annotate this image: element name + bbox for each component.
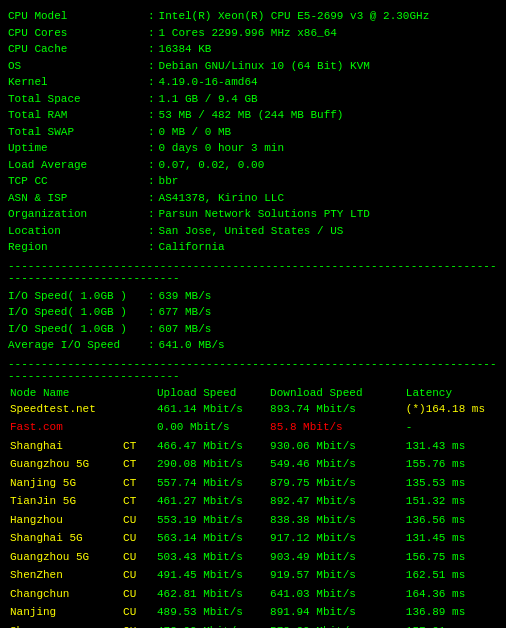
info-colon: :	[148, 157, 155, 174]
cell-download: 930.06 Mbit/s	[268, 437, 404, 456]
cell-latency: 136.56 ms	[404, 511, 498, 530]
info-value: 4.19.0-16-amd64	[159, 74, 258, 91]
info-label: Kernel	[8, 74, 148, 91]
system-info-section: CPU Model: Intel(R) Xeon(R) CPU E5-2699 …	[8, 8, 498, 256]
table-row: Speedtest.net461.14 Mbit/s893.74 Mbit/s(…	[8, 400, 498, 419]
info-label: Organization	[8, 206, 148, 223]
info-label: OS	[8, 58, 148, 75]
cell-download: 919.57 Mbit/s	[268, 566, 404, 585]
speed-table-section: Node Name Upload Speed Download Speed La…	[8, 386, 498, 629]
cell-latency: 135.53 ms	[404, 474, 498, 493]
cell-latency: 136.89 ms	[404, 603, 498, 622]
io-value: 677 MB/s	[159, 304, 212, 321]
col-header-upload: Upload Speed	[155, 386, 268, 400]
info-label: ASN & ISP	[8, 190, 148, 207]
io-value: 641.0 MB/s	[159, 337, 225, 354]
io-label: Average I/O Speed	[8, 337, 148, 354]
info-row: TCP CC: bbr	[8, 173, 498, 190]
table-row: Nanjing 5GCT557.74 Mbit/s879.75 Mbit/s13…	[8, 474, 498, 493]
divider2: ----------------------------------------…	[8, 358, 498, 382]
cell-node: TianJin 5G	[8, 492, 121, 511]
info-value: 53 MB / 482 MB (244 MB Buff)	[159, 107, 344, 124]
info-label: TCP CC	[8, 173, 148, 190]
table-row: ChangchunCU462.81 Mbit/s641.03 Mbit/s164…	[8, 585, 498, 604]
info-row: CPU Model: Intel(R) Xeon(R) CPU E5-2699 …	[8, 8, 498, 25]
info-colon: :	[148, 223, 155, 240]
cell-download: 641.03 Mbit/s	[268, 585, 404, 604]
table-row: ShenZhenCU491.45 Mbit/s919.57 Mbit/s162.…	[8, 566, 498, 585]
io-label: I/O Speed( 1.0GB )	[8, 288, 148, 305]
info-label: Load Average	[8, 157, 148, 174]
cell-type: CU	[121, 529, 155, 548]
info-value: 0.07, 0.02, 0.00	[159, 157, 265, 174]
cell-node: Guangzhou 5G	[8, 548, 121, 567]
cell-type: CT	[121, 492, 155, 511]
cell-latency: 162.51 ms	[404, 566, 498, 585]
info-row: Region: California	[8, 239, 498, 256]
info-value: Parsun Network Solutions PTY LTD	[159, 206, 370, 223]
cell-download: 891.94 Mbit/s	[268, 603, 404, 622]
info-row: Organization: Parsun Network Solutions P…	[8, 206, 498, 223]
info-row: CPU Cache: 16384 KB	[8, 41, 498, 58]
cell-type: CT	[121, 474, 155, 493]
cell-latency: 131.43 ms	[404, 437, 498, 456]
cell-type: CT	[121, 437, 155, 456]
cell-upload: 557.74 Mbit/s	[155, 474, 268, 493]
cell-type: CU	[121, 585, 155, 604]
info-value: Intel(R) Xeon(R) CPU E5-2699 v3 @ 2.30GH…	[159, 8, 430, 25]
cell-node: Shanghai 5G	[8, 529, 121, 548]
info-row: Total RAM: 53 MB / 482 MB (244 MB Buff)	[8, 107, 498, 124]
info-colon: :	[148, 8, 155, 25]
cell-download: 879.75 Mbit/s	[268, 474, 404, 493]
cell-node: Guangzhou 5G	[8, 455, 121, 474]
cell-upload: 290.08 Mbit/s	[155, 455, 268, 474]
cell-upload: 563.14 Mbit/s	[155, 529, 268, 548]
info-label: Uptime	[8, 140, 148, 157]
info-label: Total RAM	[8, 107, 148, 124]
info-colon: :	[148, 206, 155, 223]
cell-download: 893.74 Mbit/s	[268, 400, 404, 419]
info-value: 0 days 0 hour 3 min	[159, 140, 284, 157]
info-row: ASN & ISP: AS41378, Kirino LLC	[8, 190, 498, 207]
cell-node: ShenZhen	[8, 566, 121, 585]
cell-latency: -	[404, 418, 498, 437]
info-colon: :	[148, 74, 155, 91]
table-row: Guangzhou 5GCT290.08 Mbit/s549.46 Mbit/s…	[8, 455, 498, 474]
cell-type: CU	[121, 603, 155, 622]
info-label: Total SWAP	[8, 124, 148, 141]
cell-download: 892.47 Mbit/s	[268, 492, 404, 511]
cell-node: Nanjing	[8, 603, 121, 622]
info-label: Total Space	[8, 91, 148, 108]
cell-node: Hangzhou	[8, 511, 121, 530]
table-row: HangzhouCU553.19 Mbit/s838.38 Mbit/s136.…	[8, 511, 498, 530]
cell-type: CT	[121, 455, 155, 474]
cell-upload: 466.47 Mbit/s	[155, 437, 268, 456]
cell-upload: 553.19 Mbit/s	[155, 511, 268, 530]
col-header-node: Node Name	[8, 386, 121, 400]
table-row: ShanghaiCT466.47 Mbit/s930.06 Mbit/s131.…	[8, 437, 498, 456]
info-value: 16384 KB	[159, 41, 212, 58]
cell-upload: 0.00 Mbit/s	[155, 418, 268, 437]
info-value: 1 Cores 2299.996 MHz x86_64	[159, 25, 337, 42]
cell-latency: 164.36 ms	[404, 585, 498, 604]
info-label: CPU Model	[8, 8, 148, 25]
cell-download: 903.49 Mbit/s	[268, 548, 404, 567]
table-header-row: Node Name Upload Speed Download Speed La…	[8, 386, 498, 400]
cell-type: CU	[121, 548, 155, 567]
table-row: Shanghai 5GCU563.14 Mbit/s917.12 Mbit/s1…	[8, 529, 498, 548]
cell-latency: 156.75 ms	[404, 548, 498, 567]
cell-node: Shenyang	[8, 622, 121, 629]
info-row: CPU Cores: 1 Cores 2299.996 MHz x86_64	[8, 25, 498, 42]
info-value: 0 MB / 0 MB	[159, 124, 232, 141]
cell-latency: 155.76 ms	[404, 455, 498, 474]
cell-upload: 489.53 Mbit/s	[155, 603, 268, 622]
cell-upload: 461.14 Mbit/s	[155, 400, 268, 419]
cell-node: Shanghai	[8, 437, 121, 456]
info-value: 1.1 GB / 9.4 GB	[159, 91, 258, 108]
info-row: Load Average: 0.07, 0.02, 0.00	[8, 157, 498, 174]
cell-node: Nanjing 5G	[8, 474, 121, 493]
cell-download: 838.38 Mbit/s	[268, 511, 404, 530]
cell-node: Fast.com	[8, 418, 121, 437]
cell-type: CU	[121, 511, 155, 530]
cell-latency: (*)164.18 ms	[404, 400, 498, 419]
